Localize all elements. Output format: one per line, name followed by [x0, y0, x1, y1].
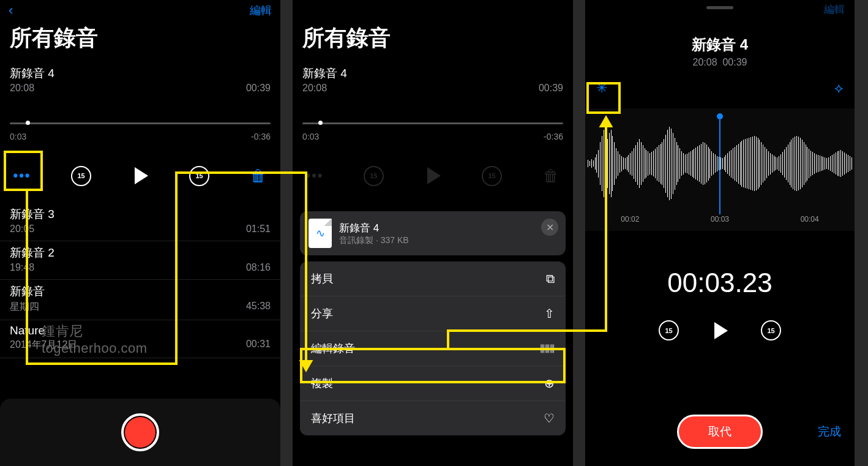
controls: ••• 15 15 🗑 [293, 143, 573, 203]
recording-expanded: 新錄音 4 20:08 00:39 0:03 -0:36 [293, 62, 573, 143]
recording-row[interactable]: 新錄音 320:0501:51 [0, 203, 280, 241]
recording-time: 20:08 [302, 83, 327, 94]
drag-handle[interactable] [706, 6, 733, 9]
replace-button[interactable]: 取代 [677, 415, 763, 449]
screen-edit-recording: 編輯 新錄音 4 20:08 00:39 ✳︎ ⟡ 00:02 00:03 00… [585, 0, 855, 466]
recording-duration: 00:31 [246, 339, 271, 351]
playhead[interactable] [717, 113, 723, 208]
screen-recordings-list: ‹ 編輯 所有錄音 新錄音 4 20:08 00:39 0:03 -0:36 •… [0, 0, 280, 466]
action-label: 拷貝 [311, 271, 333, 286]
action-label: 喜好項目 [311, 411, 355, 426]
edit-button[interactable]: 編輯 [250, 3, 272, 18]
recording-duration: 01:51 [246, 224, 271, 235]
scrubber-pos: 0:03 [302, 132, 319, 141]
share-icon: ⇧ [544, 306, 555, 321]
watermark: 鍾肯尼 togetherhoo.com [42, 322, 148, 356]
share-action-list: 拷貝 ⧉ 分享 ⇧ 編輯錄音 ⦀⦀⦀ 複製 ⊕ 喜好項目 ♡ [300, 261, 566, 435]
share-sheet: ∿ 新錄音 4 音訊錄製 · 337 KB ✕ 拷貝 ⧉ 分享 ⇧ 編輯錄音 [300, 211, 566, 435]
back-chevron-icon[interactable]: ‹ [9, 2, 13, 18]
record-toolbar [0, 399, 280, 466]
edit-title: 新錄音 4 [585, 35, 855, 54]
recording-time: 星期四 [10, 301, 39, 314]
edit-recording-action[interactable]: 編輯錄音 ⦀⦀⦀ [300, 331, 566, 366]
scrubber-remaining: -0:36 [544, 132, 563, 141]
recording-duration: 00:39 [539, 83, 563, 94]
record-button[interactable] [121, 413, 159, 451]
recording-time: 20:05 [10, 224, 34, 235]
copy-icon: ⧉ [546, 272, 555, 286]
recording-duration: 08:16 [246, 262, 271, 273]
play-button[interactable] [129, 165, 151, 187]
skip-forward-button: 15 [481, 165, 503, 187]
recording-time: 20:08 [10, 83, 34, 94]
action-label: 分享 [311, 306, 333, 321]
share-header: ∿ 新錄音 4 音訊錄製 · 337 KB ✕ [300, 211, 566, 255]
scrubber[interactable] [302, 122, 563, 126]
recording-row[interactable]: 新錄音 219:4808:16 [0, 241, 280, 280]
recording-title: 新錄音 4 [10, 66, 271, 81]
recording-expanded: 新錄音 4 20:08 00:39 0:03 -0:36 [0, 62, 280, 143]
more-options-button: ••• [304, 165, 326, 187]
waveform-area[interactable]: 00:02 00:03 00:04 [585, 108, 855, 231]
trim-icon[interactable]: ⟡ [834, 80, 844, 96]
share-file-title: 新錄音 4 [339, 221, 409, 235]
page-title: 所有錄音 [0, 21, 280, 62]
time-ticks: 00:02 00:03 00:04 [585, 215, 855, 224]
delete-button[interactable]: 🗑 [247, 165, 269, 187]
share-action[interactable]: 分享 ⇧ [300, 296, 566, 331]
screen-share-sheet: 所有錄音 新錄音 4 20:08 00:39 0:03 -0:36 ••• 15… [293, 0, 573, 466]
recording-duration: 00:39 [246, 83, 271, 94]
skip-back-button[interactable]: 15 [659, 320, 679, 340]
skip-forward-button[interactable]: 15 [761, 320, 781, 340]
navbar [293, 0, 573, 21]
play-button[interactable] [714, 322, 728, 339]
close-icon[interactable]: ✕ [541, 219, 558, 236]
skip-forward-button[interactable]: 15 [189, 165, 211, 187]
duplicate-action[interactable]: 複製 ⊕ [300, 366, 566, 401]
recording-title: 新錄音 [10, 284, 271, 299]
recording-duration: 45:38 [246, 301, 271, 314]
controls: ••• 15 15 🗑 [0, 143, 280, 203]
scrubber-pos: 0:03 [10, 132, 26, 141]
scrubber-remaining: -0:36 [251, 132, 271, 141]
copy-action[interactable]: 拷貝 ⧉ [300, 261, 566, 296]
recording-time: 19:48 [10, 262, 34, 273]
favorite-action[interactable]: 喜好項目 ♡ [300, 401, 566, 435]
share-file-subtitle: 音訊錄製 · 337 KB [339, 235, 409, 246]
edit-subtitle: 20:08 00:39 [585, 57, 855, 68]
heart-icon: ♡ [544, 411, 555, 426]
delete-button: 🗑 [540, 165, 562, 187]
skip-back-button[interactable]: 15 [70, 165, 92, 187]
duplicate-icon: ⊕ [544, 376, 555, 391]
recording-title: 新錄音 3 [10, 206, 271, 222]
recording-row[interactable]: 新錄音星期四45:38 [0, 280, 280, 320]
navbar: ‹ 編輯 [0, 0, 280, 21]
waveform-icon: ⦀⦀⦀ [540, 342, 555, 356]
edit-button: 編輯 [824, 2, 845, 17]
skip-back-button: 15 [363, 165, 385, 187]
recording-title: 新錄音 2 [10, 245, 271, 261]
action-label: 編輯錄音 [311, 341, 355, 356]
play-button [422, 165, 444, 187]
playback-controls: 15 15 [585, 320, 855, 340]
page-title: 所有錄音 [293, 21, 573, 62]
playback-time: 00:03.23 [585, 268, 855, 298]
more-options-button[interactable]: ••• [11, 165, 33, 187]
done-button[interactable]: 完成 [818, 424, 841, 440]
audio-file-icon: ∿ [309, 219, 332, 248]
edit-toolbar: ✳︎ ⟡ [585, 68, 855, 102]
enhance-icon[interactable]: ✳︎ [596, 80, 607, 96]
bottom-bar: 取代 完成 [585, 415, 855, 449]
action-label: 複製 [311, 376, 333, 391]
scrubber[interactable] [10, 122, 271, 126]
recording-title: 新錄音 4 [302, 66, 563, 81]
